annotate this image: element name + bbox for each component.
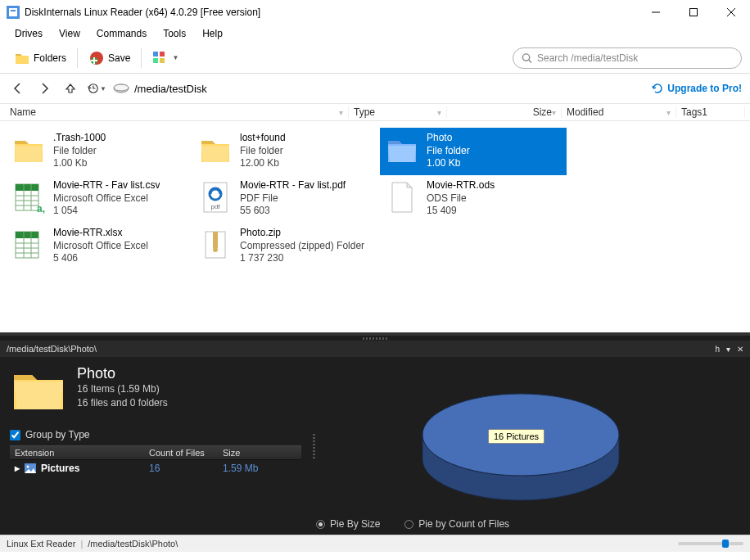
file-area[interactable]: .Trash-1000 File folder 1.00 Kb lost+fou…: [0, 121, 750, 332]
panel-folder-name: Photo: [77, 365, 168, 382]
search-box[interactable]: [513, 47, 742, 69]
extension-table: Extension Count of Files Size ▸ Pictures…: [10, 445, 301, 476]
maximize-button[interactable]: [675, 0, 712, 25]
file-info: Photo File folder 1.00 Kb: [427, 132, 470, 170]
save-label: Save: [108, 52, 130, 64]
forward-button[interactable]: [34, 79, 54, 98]
xlsx-icon: [11, 227, 47, 263]
window-title: DiskInternals Linux Reader (x64) 4.0.29 …: [25, 7, 637, 18]
pie-mode-radios: Pie By Size Pie by Count of Files: [316, 518, 750, 530]
pdf-icon: pdf: [197, 179, 233, 215]
up-button[interactable]: [61, 79, 80, 98]
file-info: Photo.zip Compressed (zipped) Folder 1 7…: [240, 227, 364, 265]
svg-rect-9: [153, 52, 158, 56]
status-path: /media/testDisk\Photo\: [88, 539, 178, 549]
file-item[interactable]: Photo File folder 1.00 Kb: [380, 128, 567, 175]
file-info: Movie-RTR.xlsx Microsoft Office Excel 5 …: [53, 227, 148, 265]
panel-header: /media/testDisk\Photo\ h ▾ ✕: [0, 341, 750, 357]
file-item[interactable]: lost+found File folder 12.00 Kb: [193, 128, 380, 175]
upgrade-label: Upgrade to Pro!: [667, 83, 742, 94]
file-type: File folder: [427, 145, 470, 158]
file-size: 12.00 Kb: [240, 157, 286, 170]
breadcrumb-path: /media/testDisk: [134, 83, 207, 95]
toolbar-separator: [77, 48, 78, 68]
search-icon: [522, 52, 532, 64]
radio-pie-by-size[interactable]: Pie By Size: [316, 518, 380, 530]
zoom-slider[interactable]: [678, 542, 743, 545]
csv-icon: a,: [11, 179, 47, 215]
back-button[interactable]: [8, 79, 28, 98]
file-item[interactable]: pdf Movie-RTR - Fav list.pdf PDF File 55…: [193, 175, 380, 223]
breadcrumb[interactable]: /media/testDisk: [113, 83, 644, 95]
file-item[interactable]: a, Movie-RTR - Fav list.csv Microsoft Of…: [7, 175, 193, 223]
file-item[interactable]: Photo.zip Compressed (zipped) Folder 1 7…: [193, 223, 380, 270]
app-icon: [7, 6, 20, 19]
file-name: Photo.zip: [240, 227, 364, 240]
minimize-button[interactable]: [637, 0, 675, 25]
folder-icon: [197, 132, 233, 168]
details-panel: /media/testDisk\Photo\ h ▾ ✕ Photo 16 It…: [0, 332, 750, 535]
search-input[interactable]: [537, 52, 733, 64]
filter-icon[interactable]: ▾: [339, 108, 343, 117]
pie-slice-label: 16 Pictures: [488, 429, 544, 444]
menu-commands[interactable]: Commands: [90, 26, 153, 41]
file-type: Microsoft Office Excel: [53, 192, 160, 205]
svg-rect-2: [11, 10, 16, 11]
col-size[interactable]: Size▾: [447, 106, 562, 118]
menu-tools[interactable]: Tools: [156, 26, 192, 41]
group-by-checkbox-input[interactable]: [10, 430, 20, 440]
chevron-down-icon: ▼: [100, 85, 106, 93]
group-by-type-checkbox[interactable]: Group by Type: [10, 429, 301, 440]
file-type: Microsoft Office Excel: [53, 240, 148, 253]
file-item[interactable]: Movie-RTR.ods ODS File 15 409: [380, 175, 567, 223]
col-tags[interactable]: Tags1: [676, 106, 745, 118]
save-icon: [88, 50, 105, 66]
close-button[interactable]: [712, 0, 750, 25]
file-size: 5 406: [53, 252, 148, 265]
drive-icon: [113, 83, 129, 94]
svg-text:pdf: pdf: [210, 203, 220, 210]
menu-view[interactable]: View: [52, 26, 87, 41]
filter-icon[interactable]: ▾: [552, 108, 556, 117]
expand-icon[interactable]: ▸: [15, 463, 20, 474]
file-name: lost+found: [240, 132, 286, 145]
th-extension: Extension: [10, 448, 149, 458]
file-item[interactable]: .Trash-1000 File folder 1.00 Kb: [7, 128, 193, 175]
menu-drives[interactable]: Drives: [8, 26, 49, 41]
col-name[interactable]: Name▾: [5, 106, 349, 118]
ext-name: Pictures: [41, 463, 79, 474]
menu-help[interactable]: Help: [196, 26, 229, 41]
file-size: 1 054: [53, 205, 160, 218]
view-mode-button[interactable]: ▼: [147, 47, 184, 70]
svg-point-40: [27, 466, 29, 468]
upgrade-link[interactable]: Upgrade to Pro!: [651, 82, 742, 95]
table-row[interactable]: ▸ Pictures 16 1.59 Mb: [10, 460, 301, 476]
file-item[interactable]: Movie-RTR.xlsx Microsoft Office Excel 5 …: [7, 223, 193, 270]
col-modified[interactable]: Modified▾: [562, 106, 676, 118]
panel-pin-icon[interactable]: ▾: [726, 345, 730, 354]
panel-close-icon[interactable]: ✕: [737, 345, 743, 354]
radio-pie-by-count[interactable]: Pie by Count of Files: [404, 518, 509, 530]
svg-rect-30: [16, 232, 38, 238]
history-button[interactable]: ▼: [87, 79, 106, 98]
svg-point-13: [522, 53, 529, 60]
svg-rect-10: [160, 52, 165, 56]
panel-left: Photo 16 Items (1.59 Mb) 16 files and 0 …: [0, 357, 311, 535]
table-header-row[interactable]: Extension Count of Files Size: [10, 445, 301, 460]
file-name: .Trash-1000: [53, 132, 106, 145]
folder-icon: [384, 132, 420, 168]
filter-icon[interactable]: ▾: [437, 108, 441, 117]
svg-rect-4: [690, 9, 698, 16]
filter-icon[interactable]: ▾: [666, 108, 671, 117]
panel-right: 16 Pictures Pie By Size Pie by Count of …: [316, 357, 750, 535]
radio-dot-icon: [404, 520, 413, 529]
save-button[interactable]: Save: [83, 46, 136, 70]
col-type[interactable]: Type▾: [349, 106, 447, 118]
file-name: Photo: [427, 132, 470, 145]
file-size: 15 409: [427, 205, 495, 218]
slider-thumb[interactable]: [722, 540, 729, 548]
menubar: Drives View Commands Tools Help: [0, 25, 750, 43]
svg-rect-1: [9, 8, 17, 16]
panel-letter[interactable]: h: [715, 345, 720, 354]
folders-button[interactable]: Folders: [8, 46, 72, 70]
